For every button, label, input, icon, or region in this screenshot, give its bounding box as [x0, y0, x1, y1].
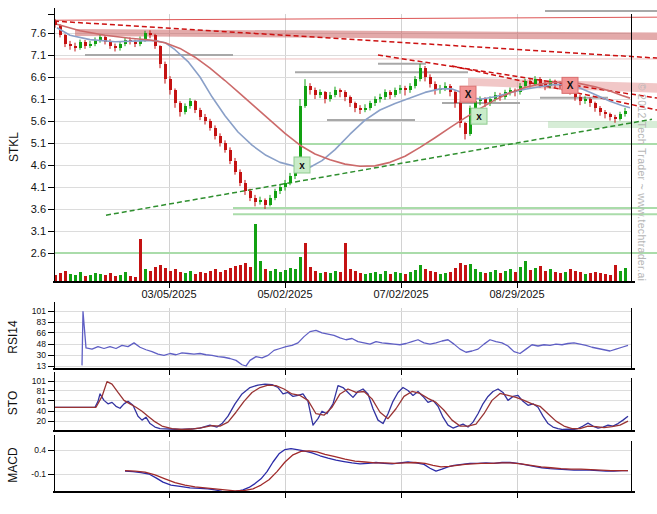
svg-text:3.6: 3.6 — [31, 203, 46, 215]
rsi-line — [82, 312, 628, 366]
macd-panel-label: MACD — [6, 415, 20, 514]
svg-text:7.6: 7.6 — [31, 27, 46, 39]
svg-text:x: x — [476, 111, 482, 122]
svg-text:7.1: 7.1 — [31, 49, 46, 61]
stock-chart: xXxX7.67.16.66.15.65.14.64.13.63.12.6101… — [0, 0, 657, 514]
x-axis-date-4: 08/29/2025 — [475, 288, 559, 300]
chart-canvas: xXxX7.67.16.66.15.65.14.64.13.63.12.6101… — [0, 0, 657, 514]
svg-text:5.1: 5.1 — [31, 137, 46, 149]
candlesticks — [54, 19, 627, 209]
svg-text:101: 101 — [32, 376, 46, 386]
svg-text:6.6: 6.6 — [31, 71, 46, 83]
svg-text:81: 81 — [37, 386, 47, 396]
svg-text:4.6: 4.6 — [31, 159, 46, 171]
svg-text:X: X — [465, 89, 472, 100]
svg-text:30: 30 — [37, 350, 47, 360]
svg-text:40: 40 — [37, 406, 47, 416]
svg-text:x: x — [299, 160, 305, 171]
svg-text:20: 20 — [37, 416, 47, 426]
sto-d-line — [55, 382, 628, 430]
svg-text:6.1: 6.1 — [31, 93, 46, 105]
x-axis-date-3: 07/02/2025 — [359, 288, 443, 300]
sell-signal-marker: X — [460, 86, 476, 102]
svg-text:13: 13 — [37, 361, 47, 371]
trendlines — [54, 17, 657, 215]
x-axis-date-1: 03/05/2025 — [127, 288, 211, 300]
macd-line — [125, 449, 628, 492]
svg-text:66: 66 — [37, 328, 47, 338]
support-resistance-levels — [54, 11, 657, 253]
svg-text:X: X — [567, 80, 574, 91]
svg-text:61: 61 — [37, 396, 47, 406]
svg-text:83: 83 — [37, 317, 47, 327]
svg-text:5.6: 5.6 — [31, 115, 46, 127]
svg-text:0.4: 0.4 — [34, 445, 46, 455]
svg-text:4.1: 4.1 — [31, 181, 46, 193]
svg-text:-0.1: -0.1 — [31, 469, 46, 479]
macd-signal-line — [125, 451, 628, 491]
main-panel-label: STKL — [7, 97, 21, 197]
svg-text:48: 48 — [37, 339, 47, 349]
sell-signal-marker: X — [562, 77, 578, 93]
svg-text:3.1: 3.1 — [31, 225, 46, 237]
x-axis-date-2: 05/02/2025 — [243, 288, 327, 300]
watermark: © 2012 Tech Trader ~ www.techtrader.ai — [636, 62, 648, 302]
buy-signal-marker: x — [294, 157, 310, 173]
svg-text:101: 101 — [32, 306, 46, 316]
buy-signal-marker: x — [471, 108, 487, 124]
svg-text:2.6: 2.6 — [31, 247, 46, 259]
signal-markers: xXxX — [294, 77, 578, 173]
